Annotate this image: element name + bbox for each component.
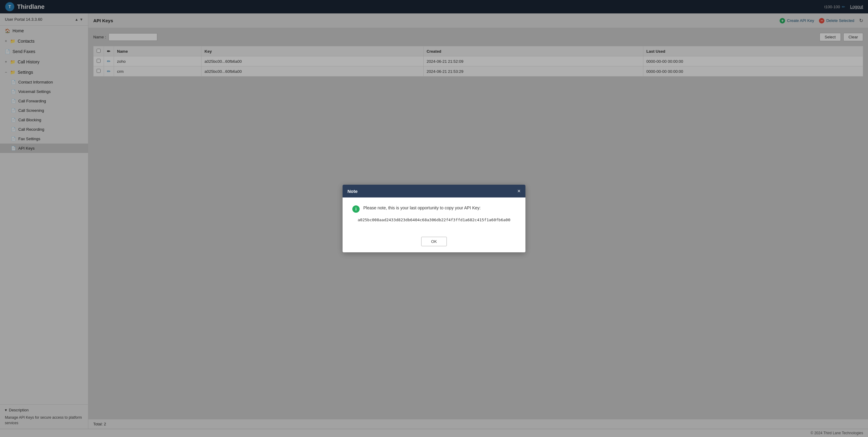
modal-message: Please note, this is your last opportuni… — [363, 205, 480, 211]
modal-api-key: a025bc008aad2433d823db6404c68a306db22f4f… — [352, 218, 516, 222]
modal-footer: OK — [343, 235, 525, 252]
modal-info-row: i Please note, this is your last opportu… — [352, 205, 516, 213]
modal-body: i Please note, this is your last opportu… — [343, 197, 525, 235]
modal-title: Note — [347, 189, 358, 194]
modal-ok-button[interactable]: OK — [421, 237, 447, 246]
modal-close-button[interactable]: × — [517, 188, 521, 194]
note-modal: Note × i Please note, this is your last … — [343, 185, 525, 252]
modal-overlay: Note × i Please note, this is your last … — [0, 0, 868, 437]
modal-header: Note × — [343, 185, 525, 197]
modal-info-icon: i — [352, 206, 360, 213]
